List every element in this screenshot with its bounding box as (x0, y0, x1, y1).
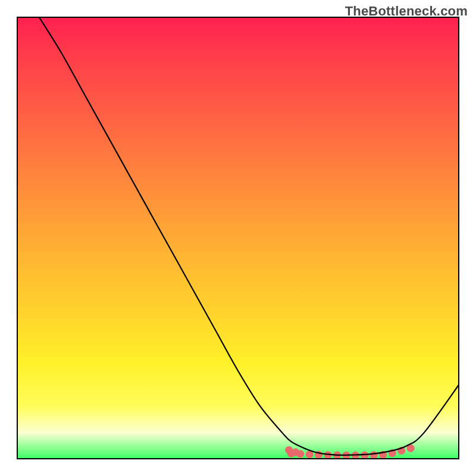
watermark-text: TheBottleneck.com (345, 4, 468, 19)
chart-container: TheBottleneck.com (0, 0, 476, 476)
valley-dot (370, 451, 378, 459)
bottleneck-curve-path (39, 17, 459, 455)
valley-dot (292, 449, 299, 456)
plot-area (17, 17, 459, 459)
chart-svg (17, 17, 459, 459)
valley-marker-group (285, 444, 415, 459)
valley-dot (285, 446, 293, 454)
